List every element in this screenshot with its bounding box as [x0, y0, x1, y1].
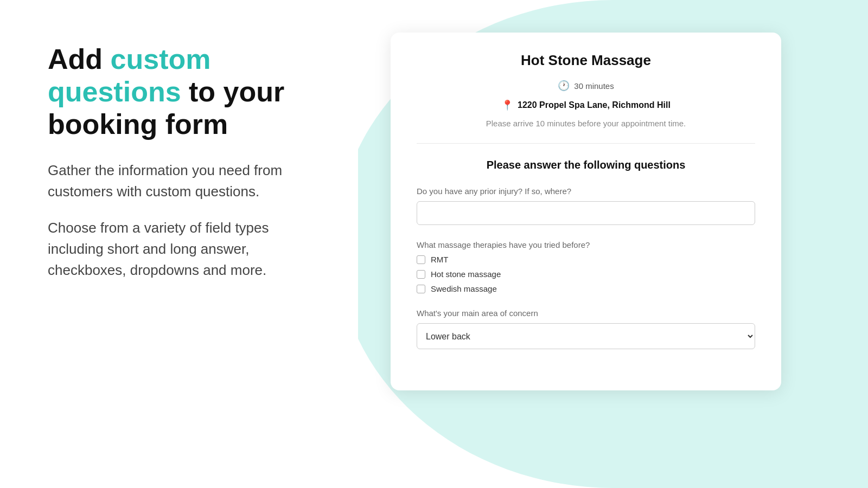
hero-body1: Gather the information you need from cus… [48, 160, 326, 202]
question3-select[interactable]: Lower back Upper back Neck Shoulders Leg… [417, 323, 755, 349]
left-panel: Add custom questions to your booking for… [0, 0, 358, 488]
checkbox-item-rmt[interactable]: RMT [417, 255, 755, 264]
right-panel: Hot Stone Massage 🕐 30 minutes 📍 1220 Pr… [358, 0, 868, 488]
questions-heading: Please answer the following questions [417, 159, 755, 171]
question1-label: Do you have any prior injury? If so, whe… [417, 187, 755, 196]
duration-label: 30 minutes [574, 81, 614, 91]
checkbox-group: RMT Hot stone massage Swedish massage [417, 255, 755, 293]
question3-label: What's your main area of concern [417, 309, 755, 318]
question3-group: What's your main area of concern Lower b… [417, 309, 755, 349]
location-meta: 📍 1220 Propel Spa Lane, Richmond Hill [417, 99, 755, 111]
checkbox-item-hotstonemassage[interactable]: Hot stone massage [417, 269, 755, 279]
duration-meta: 🕐 30 minutes [558, 80, 614, 92]
hero-title: Add custom questions to your booking for… [48, 43, 326, 140]
card-divider [417, 143, 755, 144]
checkbox-rmt[interactable] [417, 255, 425, 264]
question1-group: Do you have any prior injury? If so, whe… [417, 187, 755, 225]
checkbox-swedishmassage-label: Swedish massage [431, 284, 497, 293]
checkbox-item-swedishmassage[interactable]: Swedish massage [417, 284, 755, 293]
question2-group: What massage therapies have you tried be… [417, 240, 755, 293]
checkbox-swedishmassage[interactable] [417, 285, 425, 293]
checkbox-hotstonemassage-label: Hot stone massage [431, 269, 501, 279]
location-pin-icon: 📍 [501, 99, 513, 111]
checkbox-hotstonemassage[interactable] [417, 270, 425, 279]
card-note: Please arrive 10 minutes before your app… [417, 119, 755, 128]
hero-body2: Choose from a variety of field types inc… [48, 217, 326, 281]
question2-label: What massage therapies have you tried be… [417, 240, 755, 249]
booking-card: Hot Stone Massage 🕐 30 minutes 📍 1220 Pr… [391, 33, 781, 390]
card-meta: 🕐 30 minutes [417, 80, 755, 92]
location-label: 1220 Propel Spa Lane, Richmond Hill [518, 100, 671, 110]
question1-input[interactable] [417, 201, 755, 225]
clock-icon: 🕐 [558, 80, 570, 92]
service-title: Hot Stone Massage [417, 52, 755, 69]
checkbox-rmt-label: RMT [431, 255, 449, 264]
hero-title-plain: Add [48, 43, 111, 75]
